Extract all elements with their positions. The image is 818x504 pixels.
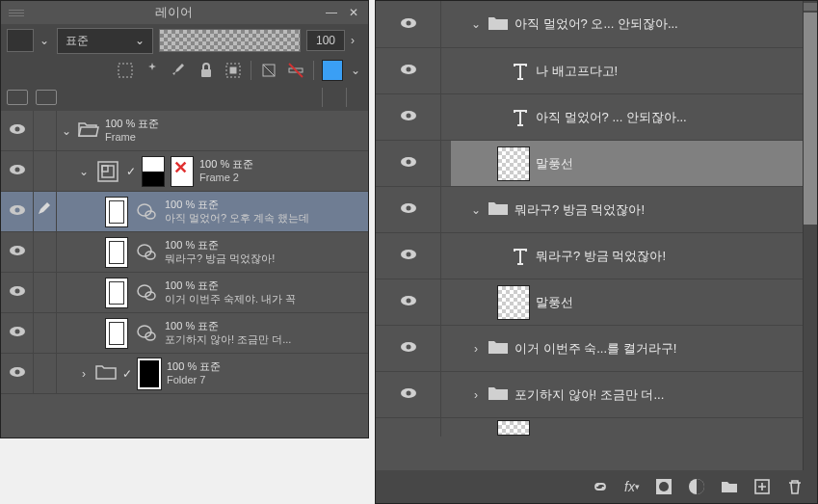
mask-icon[interactable] <box>655 478 673 495</box>
visibility-toggle[interactable] <box>1 111 34 150</box>
lock-toggle[interactable] <box>34 273 57 312</box>
visibility-toggle[interactable] <box>1 151 34 191</box>
lock-icon[interactable] <box>197 61 216 80</box>
visibility-toggle[interactable] <box>1 273 34 312</box>
trash-icon[interactable] <box>786 478 804 495</box>
adjustment-icon[interactable] <box>688 478 705 495</box>
layer-name: 이거 이번주 숙제야. 내가 꼭 <box>165 293 296 305</box>
layer-color-swatch[interactable] <box>7 29 34 52</box>
layer-options-bar: ⌄ 표준 ⌄ 100 › <box>1 24 368 57</box>
visibility-toggle[interactable] <box>376 187 441 232</box>
layer-row-r8[interactable]: › 이거 이번주 숙...를 켤거라구! <box>376 325 803 371</box>
layer-row-r6[interactable]: 뭐라구? 방금 먹었잖아! <box>376 232 803 279</box>
folder-icon <box>488 338 509 358</box>
visibility-toggle[interactable] <box>376 1 441 47</box>
new-layer-icon[interactable] <box>753 478 771 495</box>
svg-point-57 <box>406 391 410 396</box>
chevron-down-icon: ⌄ <box>135 34 145 47</box>
opacity-slider-track[interactable] <box>159 29 301 52</box>
layer-list[interactable]: ⌄ 100 % 표준 Frame ⌄ ✓ 100 % 표준 Frame 2 <box>1 111 368 438</box>
layer-row-r3[interactable]: 아직 멀었어? ... 안되잖아... <box>376 93 803 140</box>
effect-icon[interactable] <box>259 61 278 80</box>
new-group-icon[interactable] <box>721 478 738 495</box>
layer-thumbnail <box>497 146 530 181</box>
folder-icon <box>488 199 509 220</box>
opacity-input[interactable]: 100 <box>306 30 345 51</box>
layer-meta: 100 % 표준 <box>165 279 296 292</box>
layer-row-item3[interactable]: 100 % 표준 이거 이번주 숙제야. 내가 꼭 <box>1 273 368 313</box>
visibility-toggle[interactable] <box>1 232 34 272</box>
layer-name: 포기하지 않아! 조금만 더... <box>515 386 664 404</box>
mask-thumbnail <box>171 156 194 187</box>
expand-toggle[interactable]: › <box>470 342 482 356</box>
ruler-off-icon[interactable] <box>286 61 305 80</box>
layer-row-frame2[interactable]: ⌄ ✓ 100 % 표준 Frame 2 <box>1 151 368 192</box>
blend-mode-dropdown[interactable]: 표준 ⌄ <box>57 28 153 54</box>
svg-point-47 <box>406 160 410 165</box>
layer-name: 아직 멀었어? 오... 안되잖아... <box>515 15 678 33</box>
expand-toggle[interactable]: ⌄ <box>470 203 482 217</box>
svg-point-28 <box>138 245 151 256</box>
select-all-icon[interactable] <box>224 61 243 80</box>
layer-thumbnail <box>105 237 128 268</box>
view-mode-a[interactable] <box>7 90 28 105</box>
color-swatch-blue[interactable] <box>322 60 343 81</box>
close-icon[interactable]: ✕ <box>343 6 364 19</box>
layer-list[interactable]: ⌄ 아직 멀었어? 오... 안되잖아... 나 배고프다고! <box>376 1 804 470</box>
lock-toggle[interactable] <box>34 313 57 353</box>
layer-row-r5[interactable]: ⌄ 뭐라구? 방금 먹었잖아! <box>376 186 803 232</box>
layer-row-r9[interactable]: › 포기하지 않아! 조금만 더... <box>376 371 803 417</box>
expand-toggle[interactable]: › <box>78 367 90 381</box>
layer-row-folder7[interactable]: › ✓ 100 % 표준 Folder 7 <box>1 354 368 394</box>
expand-toggle[interactable]: ⌄ <box>78 165 90 178</box>
layer-name: 말풍선 <box>536 155 573 172</box>
layer-row-item1[interactable]: 100 % 표준 아직 멀었어? 오후 계속 했는데 <box>1 192 368 232</box>
layer-row-item2[interactable]: 100 % 표준 뭐라구? 방금 먹었잖아! <box>1 232 368 273</box>
lock-toggle[interactable] <box>34 232 57 272</box>
layer-footer-bar: fx▾ <box>376 470 817 503</box>
color-dropdown-icon[interactable]: ⌄ <box>351 64 362 77</box>
layer-row-r2[interactable]: 나 배고프다고! <box>376 47 803 93</box>
layer-row-r7[interactable]: 말풍선 <box>376 279 803 325</box>
lock-toggle[interactable] <box>34 111 57 150</box>
expand-toggle[interactable]: › <box>470 388 482 402</box>
lock-toggle[interactable] <box>34 151 57 191</box>
lock-toggle[interactable] <box>34 354 57 393</box>
svg-point-53 <box>406 299 410 304</box>
opacity-dropdown-icon[interactable]: › <box>351 34 362 47</box>
visibility-toggle[interactable] <box>376 141 441 186</box>
visibility-toggle[interactable] <box>1 313 34 353</box>
edit-indicator[interactable] <box>34 192 57 231</box>
visibility-toggle[interactable] <box>376 48 441 93</box>
pen-icon[interactable] <box>170 61 189 80</box>
visibility-toggle[interactable] <box>376 233 441 279</box>
wand-icon[interactable] <box>143 61 162 80</box>
visibility-toggle[interactable] <box>376 279 441 325</box>
visibility-toggle[interactable] <box>376 326 441 371</box>
text-layer-icon <box>511 62 530 81</box>
layer-thumbnail <box>138 358 161 389</box>
layer-row-r4[interactable]: 말풍선 <box>376 140 803 186</box>
visibility-toggle[interactable] <box>376 372 441 417</box>
layer-row-partial[interactable] <box>376 417 803 437</box>
fx-icon[interactable]: fx▾ <box>624 479 640 494</box>
link-icon[interactable] <box>592 478 609 495</box>
expand-toggle[interactable]: ⌄ <box>61 124 72 138</box>
collapse-icon[interactable]: — <box>320 6 343 19</box>
layer-row-r1[interactable]: ⌄ 아직 멀었어? 오... 안되잖아... <box>376 1 803 47</box>
marquee-icon[interactable] <box>116 61 135 80</box>
visibility-toggle[interactable] <box>1 354 34 393</box>
view-mode-b[interactable] <box>36 90 57 105</box>
visibility-toggle[interactable] <box>1 192 34 231</box>
layer-row-frame[interactable]: ⌄ 100 % 표준 Frame <box>1 111 368 151</box>
swatch-dropdown-icon[interactable]: ⌄ <box>40 34 51 47</box>
panel-drag-handle[interactable] <box>5 6 28 20</box>
expand-toggle[interactable]: ⌄ <box>470 17 482 31</box>
layer-thumbnail <box>105 197 128 227</box>
folder-icon <box>488 385 509 405</box>
scrollbar[interactable] <box>804 1 817 470</box>
layer-name: 아직 멀었어? 오후 계속 했는데 <box>165 212 309 225</box>
visibility-toggle[interactable] <box>376 94 441 140</box>
blend-mode-label: 표준 <box>66 33 89 49</box>
layer-row-item4[interactable]: 100 % 표준 포기하지 않아! 조금만 더... <box>1 313 368 354</box>
